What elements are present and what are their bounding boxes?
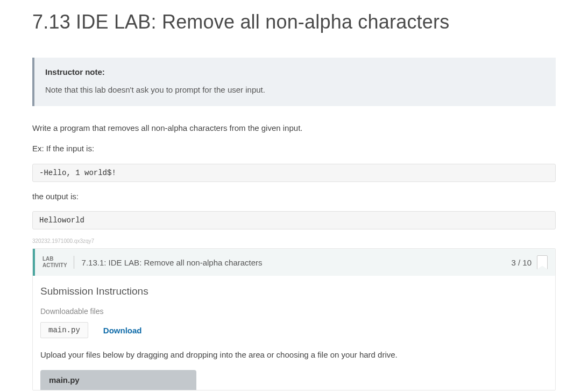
download-link[interactable]: Download — [103, 326, 142, 335]
lab-activity-label: LAB ACTIVITY — [42, 256, 74, 269]
lab-score: 3 / 10 — [511, 258, 532, 267]
lab-header: LAB ACTIVITY 7.13.1: IDE LAB: Remove all… — [33, 249, 555, 276]
upload-tab-mainpy[interactable]: main.py — [40, 370, 196, 390]
example-output-code: Helloworld — [32, 211, 556, 229]
instructor-note-box: Instructor note: Note that this lab does… — [32, 58, 556, 106]
page-title: 7.13 IDE LAB: Remove all non-alpha chara… — [32, 11, 556, 33]
lab-label-line2: ACTIVITY — [42, 262, 67, 269]
lab-panel: LAB ACTIVITY 7.13.1: IDE LAB: Remove all… — [32, 248, 556, 390]
instruction-line-3: the output is: — [32, 191, 556, 203]
resource-id: 320232.1971000.qx3zqy7 — [32, 238, 556, 244]
bookmark-icon[interactable] — [537, 255, 548, 269]
instructor-note-title: Instructor note: — [45, 67, 545, 76]
file-row: main.py Download — [40, 322, 548, 338]
instructor-note-body: Note that this lab doesn't ask you to pr… — [45, 84, 545, 96]
example-input-code: -Hello, 1 world$! — [32, 164, 556, 182]
instruction-line-1: Write a program that removes all non-alp… — [32, 122, 556, 135]
submission-heading: Submission Instructions — [40, 285, 548, 297]
lab-body: Submission Instructions Downloadable fil… — [33, 276, 555, 390]
lab-label-line1: LAB — [42, 256, 67, 262]
instruction-line-2: Ex: If the input is: — [32, 143, 556, 155]
upload-instruction: Upload your files below by dragging and … — [40, 350, 548, 359]
file-chip: main.py — [40, 322, 88, 338]
lab-title: 7.13.1: IDE LAB: Remove all non-alpha ch… — [74, 258, 512, 267]
downloadable-files-label: Downloadable files — [40, 307, 548, 316]
